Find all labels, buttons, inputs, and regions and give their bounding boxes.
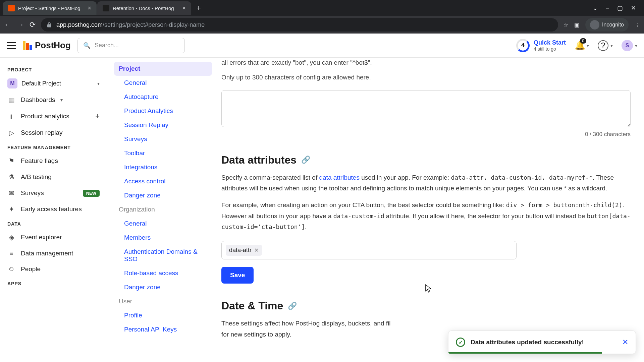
quick-start-widget[interactable]: 4 Quick Start 4 still to go [516, 39, 566, 52]
data-attributes-docs-link[interactable]: data attributes [319, 174, 359, 181]
settings-nav-profile[interactable]: Profile [114, 308, 212, 322]
settings-nav-rbac[interactable]: Role-based access [114, 266, 212, 280]
close-icon[interactable]: × [182, 5, 186, 12]
settings-nav-integrations[interactable]: Integrations [114, 160, 212, 174]
settings-nav[interactable]: Project General Autocapture Product Anal… [107, 58, 215, 362]
sidebar-item-label: Data management [21, 250, 73, 257]
flask-icon: ⚗ [7, 173, 15, 181]
data-attributes-input[interactable]: data-attr ✕ [221, 241, 517, 259]
user-avatar[interactable]: S [622, 40, 633, 51]
char-limit-hint: Only up to 300 characters of config are … [221, 72, 631, 82]
primary-sidebar[interactable]: PROJECT M Default Project ▾ ▦ Dashboards… [0, 58, 107, 362]
settings-nav-org-danger[interactable]: Danger zone [114, 280, 212, 294]
settings-content[interactable]: all errors that are exactly "bot", you c… [215, 58, 644, 362]
app-topbar: PostHog 🔍 Search... 4 Quick Start 4 stil… [0, 34, 644, 58]
people-icon: ☺ [7, 265, 15, 273]
close-toast-button[interactable]: ✕ [622, 338, 628, 347]
settings-nav-access-control[interactable]: Access control [114, 174, 212, 188]
project-badge: M [7, 78, 17, 88]
tab-title: Retention - Docs - PostHog [113, 5, 179, 11]
search-placeholder: Search... [95, 42, 119, 49]
browser-tab-2[interactable]: Retention - Docs - PostHog × [97, 1, 191, 15]
settings-nav-api-keys[interactable]: Personal API Keys [114, 322, 212, 337]
ignored-errors-textarea[interactable] [221, 90, 631, 127]
sidebar-item-event-explorer[interactable]: ◈ Event explorer [0, 229, 107, 245]
save-button[interactable]: Save [221, 267, 254, 284]
sidebar-item-product-analytics[interactable]: ⫿ Product analytics + [0, 108, 107, 125]
dashboards-icon: ▦ [7, 96, 15, 104]
date-time-heading: Date & Time 🔗 [221, 300, 631, 312]
analytics-icon: ⫿ [7, 113, 15, 120]
close-window-button[interactable]: ✕ [631, 4, 636, 12]
project-selector[interactable]: M Default Project ▾ [0, 75, 107, 92]
posthog-logo[interactable]: PostHog [23, 40, 71, 51]
section-label-data: DATA [0, 217, 107, 229]
settings-nav-members[interactable]: Members [114, 231, 212, 245]
bookmark-icon[interactable]: ☆ [564, 22, 568, 28]
settings-nav-product-analytics[interactable]: Product Analytics [114, 104, 212, 118]
settings-group-organization[interactable]: Organization [114, 202, 212, 217]
remove-tag-icon[interactable]: ✕ [254, 247, 259, 253]
settings-group-user[interactable]: User [114, 294, 212, 308]
sidebar-item-feature-flags[interactable]: ⚑ Feature flags [0, 153, 107, 169]
sidebar-item-early-access[interactable]: ✦ Early access features [0, 201, 107, 217]
url-field[interactable]: app.posthog.com/settings/project#person-… [41, 18, 558, 32]
lock-icon [46, 22, 52, 28]
sidebar-item-label: A/B testing [21, 173, 52, 181]
sidebar-item-label: Feature flags [21, 157, 58, 165]
data-attributes-description-2: For example, when creating an action on … [221, 200, 631, 232]
back-button[interactable]: ← [4, 20, 11, 29]
help-button[interactable]: ? [598, 40, 608, 51]
maximize-button[interactable]: ▢ [617, 4, 623, 12]
chevron-down-icon: ▾ [587, 43, 589, 48]
sidebar-item-ab-testing[interactable]: ⚗ A/B testing [0, 169, 107, 185]
sidebar-item-surveys[interactable]: ✉ Surveys NEW [0, 185, 107, 201]
new-badge: NEW [83, 190, 100, 197]
quick-start-title: Quick Start [534, 39, 566, 46]
settings-nav-toolbar[interactable]: Toolbar [114, 146, 212, 160]
sidebar-item-data-management[interactable]: ≡ Data management [0, 245, 107, 261]
address-bar: ← → ⟳ app.posthog.com/settings/project#p… [0, 16, 644, 34]
new-tab-button[interactable]: + [192, 4, 206, 12]
plus-icon[interactable]: + [95, 112, 100, 121]
settings-nav-surveys[interactable]: Surveys [114, 132, 212, 146]
chevron-down-icon[interactable]: ⌄ [593, 4, 598, 12]
reload-button[interactable]: ⟳ [30, 20, 36, 29]
check-circle-icon: ✓ [456, 338, 465, 347]
kebab-menu-icon[interactable]: ⋮ [635, 22, 640, 28]
browser-tab-1[interactable]: Project • Settings • PostHog × [3, 1, 97, 15]
tag-chip-label: data-attr [229, 247, 252, 254]
database-icon: ≡ [7, 249, 15, 257]
hamburger-menu-button[interactable] [7, 42, 16, 49]
tab-strip: Project • Settings • PostHog × Retention… [0, 0, 644, 16]
sparkle-icon: ✦ [7, 205, 15, 213]
incognito-icon [590, 20, 599, 29]
settings-group-project[interactable]: Project [114, 62, 212, 76]
settings-nav-general[interactable]: General [114, 76, 212, 90]
settings-nav-auth-domains[interactable]: Authentication Domains & SSO [114, 245, 212, 266]
notifications-button[interactable]: 🔔 0 ▾ [575, 40, 589, 51]
section-label-apps: APPS [0, 277, 107, 289]
close-icon[interactable]: × [88, 5, 91, 12]
ignored-errors-partial-text: all errors that are exactly "bot", you c… [221, 58, 631, 68]
toast-message: Data attributes updated successfully! [471, 339, 617, 346]
incognito-indicator[interactable]: Incognito [585, 18, 629, 32]
minimize-button[interactable]: – [606, 4, 609, 12]
settings-nav-session-replay[interactable]: Session Replay [114, 118, 212, 132]
sidebar-item-dashboards[interactable]: ▦ Dashboards ▾ [0, 92, 107, 108]
project-name: Default Project [21, 80, 93, 87]
forward-button[interactable]: → [17, 20, 24, 29]
settings-nav-autocapture[interactable]: Autocapture [114, 90, 212, 104]
anchor-link-icon[interactable]: 🔗 [301, 156, 310, 164]
sidebar-item-people[interactable]: ☺ People [0, 261, 107, 277]
favicon-icon [8, 5, 15, 11]
sidebar-item-session-replay[interactable]: ▷ Session replay [0, 125, 107, 141]
settings-nav-danger-zone[interactable]: Danger zone [114, 188, 212, 202]
toast-progress-bar [448, 352, 602, 354]
settings-nav-org-general[interactable]: General [114, 217, 212, 231]
anchor-link-icon[interactable]: 🔗 [288, 302, 297, 310]
extensions-icon[interactable]: ▣ [574, 22, 579, 28]
search-input[interactable]: 🔍 Search... [77, 38, 185, 53]
broadcast-icon: ◈ [7, 233, 15, 241]
data-attributes-description-1: Specify a comma-separated list of data a… [221, 172, 631, 194]
